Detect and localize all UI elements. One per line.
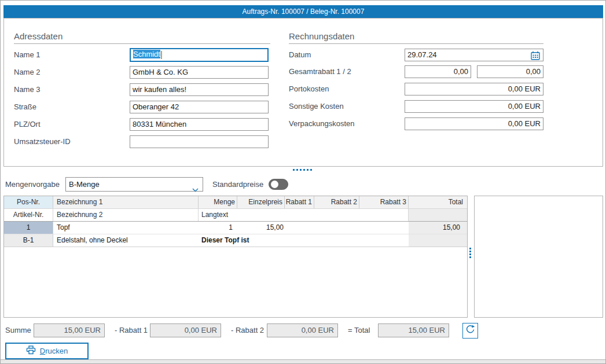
gesamtrabatt1-field[interactable]: 0,00 bbox=[405, 65, 471, 78]
name3-field[interactable]: wir kaufen alles! bbox=[130, 83, 269, 96]
gesamtrabatt-label: Gesamtrabatt 1 / 2 bbox=[289, 65, 351, 78]
col-header-rabatt2: Rabatt 2 bbox=[314, 196, 359, 208]
name2-label: Name 2 bbox=[14, 66, 41, 79]
col-header-rabatt3: Rabatt 3 bbox=[359, 196, 409, 208]
cell-pos-nr[interactable]: 1 bbox=[4, 222, 53, 234]
printer-icon bbox=[26, 345, 36, 356]
chevron-down-icon bbox=[192, 183, 199, 196]
cell-langtext[interactable]: Dieser Topf ist bbox=[199, 234, 409, 247]
strasse-label: Straße bbox=[14, 101, 36, 113]
name2-field[interactable]: GmbH & Co. KG bbox=[130, 66, 269, 79]
header-card: Adressdaten Name 1 Schmidt Name 2 GmbH &… bbox=[3, 18, 603, 167]
cell-bezeichnung1[interactable]: Topf bbox=[53, 222, 199, 234]
table-header-row-2: Artikel-Nr. Bezeichnung 2 Langtext bbox=[4, 209, 467, 222]
table-header-row-1: Pos-Nr. Bezeichnung 1 Menge Einzelpreis … bbox=[4, 196, 467, 209]
drucken-button-label: Drucken bbox=[40, 347, 68, 355]
cell-rabatt1[interactable] bbox=[285, 222, 314, 234]
name1-field[interactable]: Schmidt bbox=[130, 48, 269, 62]
total-summary-field: 15,00 EUR bbox=[378, 323, 449, 337]
refresh-icon bbox=[465, 325, 475, 337]
strasse-field[interactable]: Oberanger 42 bbox=[130, 101, 269, 113]
col-header-bezeichnung1: Bezeichnung 1 bbox=[53, 196, 199, 208]
col-header-langtext: Langtext bbox=[199, 209, 409, 221]
mengenvorgabe-dropdown[interactable]: B-Menge bbox=[65, 177, 203, 192]
invoice-section-heading: Rechnungsdaten bbox=[289, 31, 543, 44]
refresh-button[interactable] bbox=[462, 323, 478, 339]
cell-total-spacer bbox=[409, 234, 467, 247]
selected-text: Schmidt bbox=[133, 50, 160, 58]
col-header-total: Total bbox=[409, 196, 467, 208]
vertical-splitter-handle[interactable] bbox=[469, 248, 473, 260]
col-header-menge: Menge bbox=[199, 196, 237, 208]
col-header-artikel-nr: Artikel-Nr. bbox=[4, 209, 53, 221]
rabatt2-summary-label: - Rabatt 2 bbox=[231, 323, 264, 337]
cell-total[interactable]: 15,00 bbox=[409, 222, 467, 234]
plz-ort-field[interactable]: 80331 München bbox=[130, 118, 269, 131]
window-bottom-strip bbox=[1, 359, 605, 363]
summe-label: Summe bbox=[5, 323, 31, 337]
plz-ort-label: PLZ/Ort bbox=[14, 118, 41, 131]
rabatt1-summary-field: 0,00 EUR bbox=[150, 323, 221, 337]
sonstige-kosten-label: Sonstige Kosten bbox=[289, 100, 344, 113]
col-header-einzelpreis: Einzelpreis bbox=[237, 196, 285, 208]
datum-field[interactable]: 29.07.24 bbox=[405, 49, 543, 61]
total-summary-label: = Total bbox=[348, 323, 370, 337]
portokosten-label: Portokosten bbox=[289, 83, 329, 95]
standardpreise-label: Standardpreise bbox=[212, 177, 263, 192]
col-header-total-spacer bbox=[409, 209, 467, 221]
verpackungskosten-label: Verpackungskosten bbox=[289, 117, 354, 130]
horizontal-splitter-handle[interactable] bbox=[293, 169, 316, 172]
calendar-icon[interactable] bbox=[530, 50, 541, 60]
drucken-button[interactable]: Drucken bbox=[5, 343, 89, 359]
rabatt1-summary-label: - Rabatt 1 bbox=[115, 323, 148, 337]
sonstige-kosten-field[interactable]: 0,00 EUR bbox=[405, 100, 543, 113]
order-window: Auftrags-Nr. 100007 / Beleg-Nr. 100007 A… bbox=[0, 0, 606, 364]
title-bar: Auftrags-Nr. 100007 / Beleg-Nr. 100007 bbox=[3, 5, 603, 18]
col-header-bezeichnung2: Bezeichnung 2 bbox=[53, 209, 199, 221]
position-row-main[interactable]: 1 Topf 1 15,00 15,00 bbox=[4, 222, 467, 234]
ustid-field[interactable] bbox=[130, 135, 269, 148]
col-header-rabatt1: Rabatt 1 bbox=[285, 196, 314, 208]
side-panel bbox=[474, 196, 603, 318]
col-header-pos-nr: Pos-Nr. bbox=[4, 196, 53, 208]
cell-bezeichnung2[interactable]: Edelstahl, ohne Deckel bbox=[53, 234, 199, 247]
mengenvorgabe-label: Mengenvorgabe bbox=[5, 177, 60, 192]
rabatt2-summary-field: 0,00 EUR bbox=[267, 323, 338, 337]
toggle-knob bbox=[271, 181, 278, 188]
position-row-detail[interactable]: B-1 Edelstahl, ohne Deckel Dieser Topf i… bbox=[4, 234, 467, 247]
text-caret bbox=[161, 51, 162, 59]
name1-label: Name 1 bbox=[14, 49, 41, 61]
cell-artikel-nr[interactable]: B-1 bbox=[4, 234, 53, 247]
standardpreise-toggle[interactable] bbox=[269, 179, 288, 190]
cell-einzelpreis[interactable]: 15,00 bbox=[237, 222, 285, 234]
verpackungskosten-field[interactable]: 0,00 EUR bbox=[405, 117, 543, 130]
name3-label: Name 3 bbox=[14, 83, 41, 96]
cell-menge[interactable]: 1 bbox=[199, 222, 237, 234]
cell-rabatt3[interactable] bbox=[359, 222, 409, 234]
datum-label: Datum bbox=[289, 49, 311, 61]
gesamtrabatt2-field[interactable]: 0,00 bbox=[477, 65, 543, 78]
positions-table: Pos-Nr. Bezeichnung 1 Menge Einzelpreis … bbox=[3, 196, 468, 318]
portokosten-field[interactable]: 0,00 EUR bbox=[405, 83, 543, 95]
address-section-heading: Adressdaten bbox=[14, 31, 270, 44]
ustid-label: Umsatzsteuer-ID bbox=[14, 135, 71, 148]
cell-rabatt2[interactable] bbox=[314, 222, 359, 234]
summe-field: 15,00 EUR bbox=[34, 323, 105, 337]
